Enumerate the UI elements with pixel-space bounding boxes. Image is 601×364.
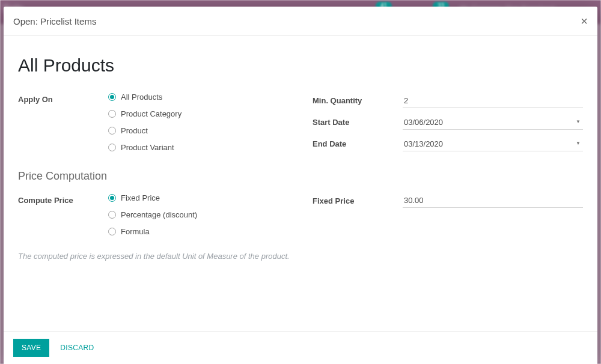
radio-dot-icon <box>108 93 116 101</box>
close-icon[interactable]: × <box>581 15 588 27</box>
fixed-price-input[interactable] <box>403 193 583 208</box>
radio-dot-icon <box>108 228 116 235</box>
radio-dot-icon <box>108 127 116 135</box>
radio-label: All Products <box>121 93 162 102</box>
start-date-label: Start Date <box>313 118 403 127</box>
apply-on-product-variant[interactable]: Product Variant <box>108 143 288 152</box>
compute-price-label: Compute Price <box>18 193 108 205</box>
apply-on-product[interactable]: Product <box>108 126 288 135</box>
apply-on-label: Apply On <box>18 93 108 104</box>
radio-label: Fixed Price <box>121 193 160 202</box>
min-quantity-label: Min. Quantity <box>313 96 403 105</box>
radio-label: Formula <box>121 227 150 236</box>
radio-dot-icon <box>108 110 116 118</box>
radio-label: Product Category <box>121 109 182 118</box>
start-date-input[interactable] <box>403 115 583 130</box>
modal-footer: Save Discard <box>4 331 597 364</box>
fixed-price-label: Fixed Price <box>313 196 403 205</box>
radio-dot-icon <box>108 194 116 202</box>
apply-on-options: All Products Product Category Product Pr… <box>108 93 288 152</box>
modal-title: Open: Pricelist Items <box>13 16 96 26</box>
compute-price-fieldset: Compute Price Fixed Price Percentage (di… <box>18 193 288 236</box>
compute-percentage[interactable]: Percentage (discount) <box>108 210 288 219</box>
price-computation-title: Price Computation <box>18 170 583 183</box>
page-title: All Products <box>18 55 583 76</box>
apply-on-fieldset: Apply On All Products Product Category P… <box>18 93 288 152</box>
modal-body: All Products Apply On All Products Produ… <box>4 36 597 331</box>
compute-formula[interactable]: Formula <box>108 227 288 236</box>
radio-dot-icon <box>108 211 116 219</box>
save-button[interactable]: Save <box>13 339 49 357</box>
modal-header: Open: Pricelist Items × <box>4 7 597 36</box>
apply-on-all-products[interactable]: All Products <box>108 93 288 102</box>
apply-on-product-category[interactable]: Product Category <box>108 109 288 118</box>
min-quantity-input[interactable] <box>403 94 583 108</box>
compute-fixed-price[interactable]: Fixed Price <box>108 193 288 202</box>
discard-button[interactable]: Discard <box>58 339 96 357</box>
pricelist-item-modal: Open: Pricelist Items × All Products App… <box>4 7 597 364</box>
compute-price-options: Fixed Price Percentage (discount) Formul… <box>108 193 288 236</box>
right-fieldset: Min. Quantity Start Date ▼ End Date ▼ <box>313 93 583 152</box>
uom-note: The computed price is expressed in the d… <box>18 252 583 261</box>
radio-dot-icon <box>108 144 116 151</box>
end-date-input[interactable] <box>403 137 583 151</box>
radio-label: Product Variant <box>121 143 174 152</box>
end-date-label: End Date <box>313 139 403 148</box>
radio-label: Product <box>121 126 148 135</box>
radio-label: Percentage (discount) <box>121 210 197 219</box>
fixed-price-fieldset: Fixed Price <box>313 193 583 236</box>
